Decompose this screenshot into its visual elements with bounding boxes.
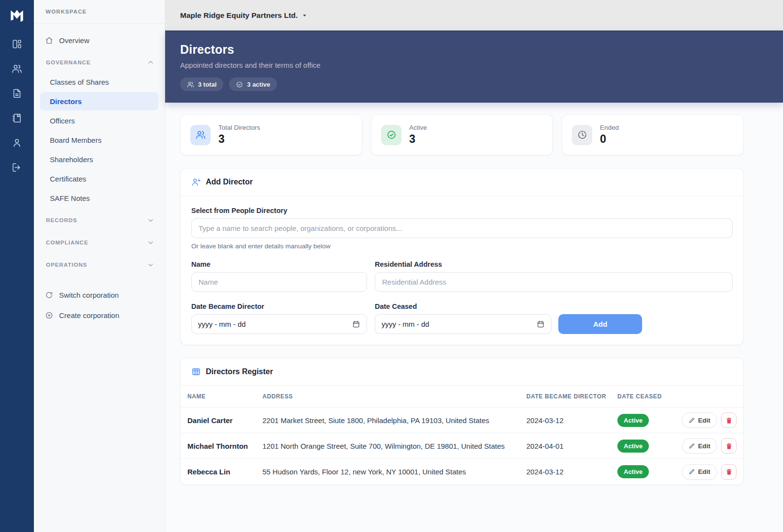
active-badge: 3 active xyxy=(229,77,277,91)
topbar: Maple Ridge Equity Partners Ltd. xyxy=(165,0,783,30)
create-corporation-button[interactable]: Create corporation xyxy=(40,305,158,325)
sidebar-section-operations[interactable]: OPERATIONS xyxy=(40,255,158,274)
edit-label: Edit xyxy=(698,468,711,475)
page-title: Directors xyxy=(180,43,768,57)
edit-button[interactable]: Edit xyxy=(682,464,718,480)
total-badge: 3 total xyxy=(180,77,223,91)
chevron-up-icon xyxy=(147,59,154,66)
sidebar-item-directors[interactable]: Directors xyxy=(40,92,158,110)
section-label: GOVERNANCE xyxy=(46,60,91,65)
sidebar-section-records[interactable]: RECORDS xyxy=(40,211,158,230)
page-subtitle: Appointed directors and their terms of o… xyxy=(180,61,768,69)
sidebar-item-overview[interactable]: Overview xyxy=(40,30,158,50)
plus-circle-icon xyxy=(45,311,53,319)
director-address: 2201 Market Street, Siute 1800, Philadel… xyxy=(262,416,526,425)
sidebar-item-label: Classes of Shares xyxy=(50,78,109,86)
status-badge: Active xyxy=(617,440,649,453)
user-plus-icon xyxy=(191,177,201,187)
stat-value: 0 xyxy=(600,133,619,146)
table-icon xyxy=(191,367,201,377)
col-date-became: DATE BECAME DIRECTOR xyxy=(526,393,617,400)
date-became-label: Date Became Director xyxy=(191,303,367,310)
sidebar-section-compliance[interactable]: COMPLIANCE xyxy=(40,233,158,252)
date-ceased-input[interactable]: yyyy - mm - dd xyxy=(375,314,552,334)
switch-corporation-button[interactable]: Switch corporation xyxy=(40,285,158,304)
main-area: Maple Ridge Equity Partners Ltd. Directo… xyxy=(165,0,783,532)
status-badge: Active xyxy=(617,414,649,427)
dashboard-icon[interactable] xyxy=(11,38,23,50)
sidebar-item-certificates[interactable]: Certificates xyxy=(40,169,158,188)
trash-icon xyxy=(725,468,733,475)
trash-icon xyxy=(725,417,733,424)
stat-card-active: Active 3 xyxy=(371,114,553,155)
caret-down-icon xyxy=(302,13,307,18)
sidebar-item-officers[interactable]: Officers xyxy=(40,111,158,130)
profile-icon[interactable] xyxy=(11,137,23,149)
workspace-heading: WORKSPACE xyxy=(34,0,165,24)
stat-value: 3 xyxy=(409,133,427,146)
sidebar-item-board-members[interactable]: Board Members xyxy=(40,131,158,149)
table-row: Daniel Carter 2201 Market Street, Siute … xyxy=(181,408,743,433)
date-ceased-label: Date Ceased xyxy=(375,303,552,310)
pencil-icon xyxy=(689,469,695,475)
trash-icon xyxy=(725,442,733,450)
calendar-icon[interactable] xyxy=(352,320,360,328)
stat-value: 3 xyxy=(218,133,260,146)
address-label: Residential Address xyxy=(375,260,733,268)
stat-label: Total Directors xyxy=(218,124,260,131)
date-row: Date Became Director yyyy - mm - dd Date… xyxy=(191,303,733,334)
page-header: Directors Appointed directors and their … xyxy=(165,30,783,103)
stat-card-total-directors: Total Directors 3 xyxy=(180,114,362,155)
section-label: RECORDS xyxy=(46,217,77,223)
sidebar-section-governance[interactable]: GOVERNANCE xyxy=(40,53,158,72)
logout-icon[interactable] xyxy=(11,162,23,173)
status-badge: Active xyxy=(617,465,649,478)
sidebar-item-classes-of-shares[interactable]: Classes of Shares xyxy=(40,73,158,91)
delete-button[interactable] xyxy=(721,412,737,428)
ledger-book-icon[interactable] xyxy=(11,112,23,124)
add-director-title: Add Director xyxy=(206,178,253,186)
sidebar-item-shareholders[interactable]: Shareholders xyxy=(40,150,158,168)
director-date-became: 2024-03-12 xyxy=(526,468,617,476)
director-address: 1201 North Orange Street, Suite 700, Wil… xyxy=(262,442,526,450)
delete-button[interactable] xyxy=(721,438,737,454)
people-icon[interactable] xyxy=(11,63,23,75)
sidebar-item-label: Shareholders xyxy=(50,155,93,164)
active-badge-label: 3 active xyxy=(247,81,270,88)
add-button[interactable]: Add xyxy=(558,314,642,334)
edit-button[interactable]: Edit xyxy=(682,412,718,428)
company-logo[interactable] xyxy=(8,6,26,25)
create-corporation-label: Create corporation xyxy=(59,311,119,319)
chevron-down-icon xyxy=(147,239,154,246)
check-circle-icon xyxy=(381,125,401,145)
pencil-icon xyxy=(689,417,695,424)
calendar-icon[interactable] xyxy=(537,320,545,328)
stat-label: Ended xyxy=(600,124,619,131)
director-date-became: 2024-03-12 xyxy=(526,416,617,425)
sidebar: WORKSPACE Overview GOVERNANCE Classes of… xyxy=(34,0,165,532)
chevron-down-icon xyxy=(147,261,154,269)
sidebar-item-label: Directors xyxy=(50,97,82,106)
name-input[interactable] xyxy=(191,272,367,292)
table-row: Rebecca Lin 55 Hudson Yards, Floor 12, n… xyxy=(181,459,743,485)
sidebar-item-label: Officers xyxy=(50,117,75,125)
delete-button[interactable] xyxy=(721,464,737,480)
sidebar-item-label: Board Members xyxy=(50,136,102,144)
date-became-input[interactable]: yyyy - mm - dd xyxy=(191,314,367,334)
check-circle-icon xyxy=(236,81,243,88)
documents-icon[interactable] xyxy=(11,88,23,99)
edit-button[interactable]: Edit xyxy=(682,438,718,454)
sidebar-nav: Overview GOVERNANCE Classes of Shares Di… xyxy=(34,24,165,325)
section-label: OPERATIONS xyxy=(46,262,87,268)
people-search-input[interactable] xyxy=(191,218,733,238)
director-name: Daniel Carter xyxy=(187,416,262,425)
sidebar-item-safe-notes[interactable]: SAFE Notes xyxy=(40,189,158,207)
select-people-label: Select from People Directory xyxy=(191,207,733,214)
stat-label: Active xyxy=(409,124,427,131)
company-selector[interactable]: Maple Ridge Equity Partners Ltd. xyxy=(180,11,307,20)
brand-monogram-icon xyxy=(8,6,26,25)
address-input[interactable] xyxy=(375,272,733,292)
sidebar-item-label: Certificates xyxy=(50,175,86,183)
directors-register-title: Directors Register xyxy=(206,367,273,376)
manual-entry-helper: Or leave blank and enter details manuall… xyxy=(191,243,733,250)
